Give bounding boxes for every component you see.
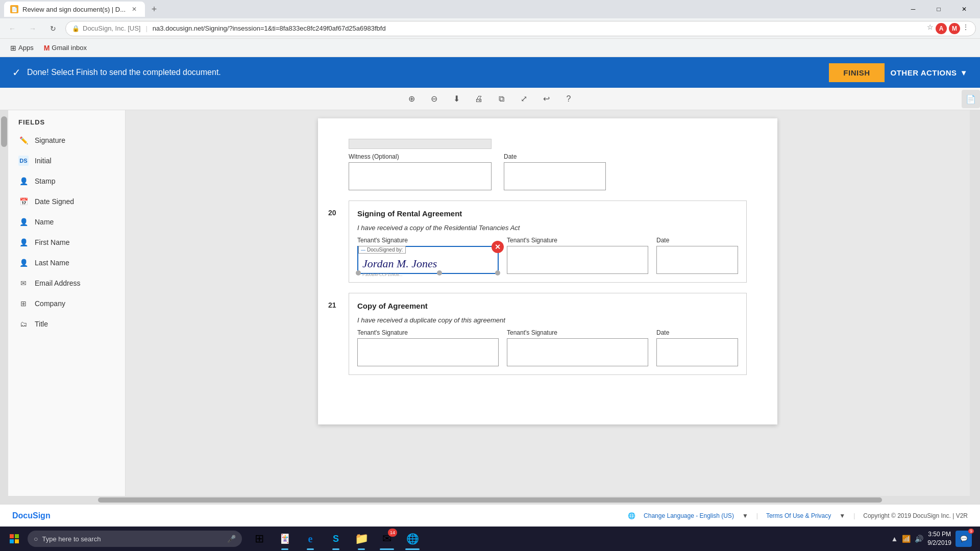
horizontal-scrollbar[interactable] [0, 496, 980, 504]
close-signature-button[interactable]: ✕ [492, 241, 504, 253]
sidebar-item-last-name[interactable]: 👤 Last Name [8, 253, 125, 273]
back-button[interactable]: ← [4, 20, 20, 37]
tenant-sig2-field[interactable] [507, 246, 648, 274]
minimize-button[interactable]: ─ [901, 2, 925, 17]
sig-handle-right[interactable] [495, 270, 500, 276]
sidebar-item-date-signed[interactable]: 📅 Date Signed [8, 191, 125, 212]
tab-close-button[interactable]: ✕ [130, 5, 139, 14]
maximize-button[interactable]: □ [927, 2, 950, 17]
dropdown-arrow-icon: ▼ [960, 68, 968, 77]
network-wifi-icon[interactable]: 📶 [902, 535, 911, 543]
sidebar-item-initial[interactable]: DS Initial [8, 151, 125, 171]
witness-group: Witness (Optional) [349, 139, 492, 190]
copyright-text: Copyright © 2019 DocuSign Inc. | V2R [863, 512, 968, 519]
section-21-date-field[interactable] [656, 338, 738, 366]
witness-date-group: Date [504, 139, 606, 190]
download-button[interactable]: ⬇ [447, 90, 465, 108]
section-20-container: Signing of Rental Agreement I have recei… [349, 201, 747, 283]
sidebar-item-first-name[interactable]: 👤 First Name [8, 232, 125, 253]
taskbar-app-chrome[interactable]: 🌐 [400, 527, 425, 551]
date-signed-label: Date Signed [35, 197, 74, 206]
title-icon: 🗂 [18, 319, 29, 329]
terms-dropdown-icon[interactable]: ▼ [839, 512, 845, 519]
right-panel-toggle[interactable]: 📄 [962, 90, 980, 108]
witness-label: Witness (Optional) [349, 153, 492, 160]
taskbar-app-mail[interactable]: ✉ 14 [375, 527, 399, 551]
address-bar[interactable]: 🔒 DocuSign, Inc. [US] | na3.docusign.net… [65, 21, 976, 36]
sidebar-item-title[interactable]: 🗂 Title [8, 314, 125, 334]
browser-tab[interactable]: 📄 Review and sign document(s) | D... ✕ [4, 2, 145, 17]
section-20-date-field[interactable] [656, 246, 738, 274]
witness-date-field[interactable] [504, 162, 606, 190]
title-label: Title [35, 320, 48, 328]
section-21-date-label: Date [656, 329, 738, 336]
star-icon[interactable]: ☆ [927, 23, 934, 34]
nav-bar: ← → ↻ 🔒 DocuSign, Inc. [US] | na3.docusi… [0, 18, 980, 39]
sidebar-item-email[interactable]: ✉ Email Address [8, 273, 125, 293]
start-button[interactable] [2, 527, 27, 551]
help-button[interactable]: ? [559, 90, 578, 108]
taskbar-app-skype[interactable]: S [324, 527, 348, 551]
copy-button[interactable]: ⧉ [492, 90, 510, 108]
finish-button[interactable]: FINISH [829, 63, 884, 82]
section-20-text: I have received a copy of the Residentia… [357, 224, 738, 232]
other-actions-button[interactable]: OTHER ACTIONS ▼ [891, 68, 968, 77]
menu-icon[interactable]: ⋮ [962, 23, 969, 34]
section-21-title: Copy of Agreement [357, 302, 738, 310]
scroll-thumb[interactable] [1, 116, 7, 147]
bookmark-apps[interactable]: ⊞ Apps [6, 42, 38, 54]
svg-rect-3 [15, 539, 19, 543]
taskbar-search-bar[interactable]: ○ Type here to search 🎤 [28, 531, 242, 547]
extension-icon[interactable]: M [949, 23, 960, 34]
system-clock[interactable]: 3:50 PM 9/2/2019 [927, 530, 951, 547]
witness-field[interactable] [349, 162, 492, 190]
taskbar-app-edge[interactable]: e [298, 527, 323, 551]
microphone-icon[interactable]: 🎤 [227, 535, 236, 543]
taskbar-app-cards[interactable]: 🃏 [273, 527, 297, 551]
volume-icon[interactable]: 🔊 [915, 535, 923, 543]
document-page: Witness (Optional) Date Signing of Renta [318, 118, 777, 424]
taskbar-app-taskview[interactable]: ⊞ [247, 527, 272, 551]
section-20-date-label: Date [656, 237, 738, 244]
language-dropdown-icon[interactable]: ▼ [742, 512, 748, 519]
tenant-sig1-field[interactable]: — DocuSigned by: Jordan M. Jones F300B4F… [357, 246, 499, 274]
print-button[interactable]: 🖨 [470, 90, 488, 108]
signature-icon: ✏️ [18, 135, 29, 145]
profile-icon[interactable]: A [936, 23, 947, 34]
sig-handle-mid[interactable] [437, 270, 442, 276]
terms-privacy-link[interactable]: Terms Of Use & Privacy [766, 512, 831, 519]
reload-button[interactable]: ↻ [45, 20, 61, 37]
bookmark-gmail[interactable]: M Gmail inbox [40, 42, 91, 54]
change-language-link[interactable]: Change Language - English (US) [644, 512, 734, 519]
zoom-out-button[interactable]: ⊖ [425, 90, 443, 108]
sidebar-item-company[interactable]: ⊞ Company [8, 293, 125, 314]
comment-button[interactable]: ↩ [537, 90, 555, 108]
close-button[interactable]: ✕ [952, 2, 976, 17]
vertical-scrollbar[interactable] [0, 110, 8, 496]
sidebar-item-stamp[interactable]: 👤 Stamp [8, 171, 125, 191]
last-name-icon: 👤 [18, 258, 29, 268]
section-21-sig1-field[interactable] [357, 338, 499, 366]
stamp-icon: 👤 [18, 176, 29, 186]
sidebar-item-signature[interactable]: ✏️ Signature [8, 130, 125, 151]
bookmarks-bar: ⊞ Apps M Gmail inbox [0, 39, 980, 57]
section-20-fields: Tenant's Signature — DocuSigned by: Jord… [357, 237, 738, 274]
sig-handle-left[interactable] [356, 270, 361, 276]
first-name-label: First Name [35, 238, 69, 246]
notification-badge: 9 [968, 529, 974, 534]
address-icons: ☆ A M ⋮ [927, 23, 969, 34]
sidebar-item-name[interactable]: 👤 Name [8, 212, 125, 232]
zoom-in-button[interactable]: ⊕ [402, 90, 421, 108]
tab-favicon: 📄 [10, 5, 18, 13]
docusigned-label: — DocuSigned by: [358, 246, 406, 254]
new-tab-button[interactable]: + [147, 2, 161, 16]
svg-rect-2 [10, 539, 14, 543]
clock-time: 3:50 PM [927, 530, 951, 539]
taskbar-app-explorer[interactable]: 📁 [349, 527, 374, 551]
section-21-sig2-field[interactable] [507, 338, 648, 366]
network-icon[interactable]: ▲ [891, 535, 898, 543]
expand-button[interactable]: ⤢ [514, 90, 533, 108]
notification-button[interactable]: 💬 9 [955, 531, 972, 547]
h-scroll-thumb[interactable] [98, 497, 882, 503]
forward-button[interactable]: → [24, 20, 41, 37]
